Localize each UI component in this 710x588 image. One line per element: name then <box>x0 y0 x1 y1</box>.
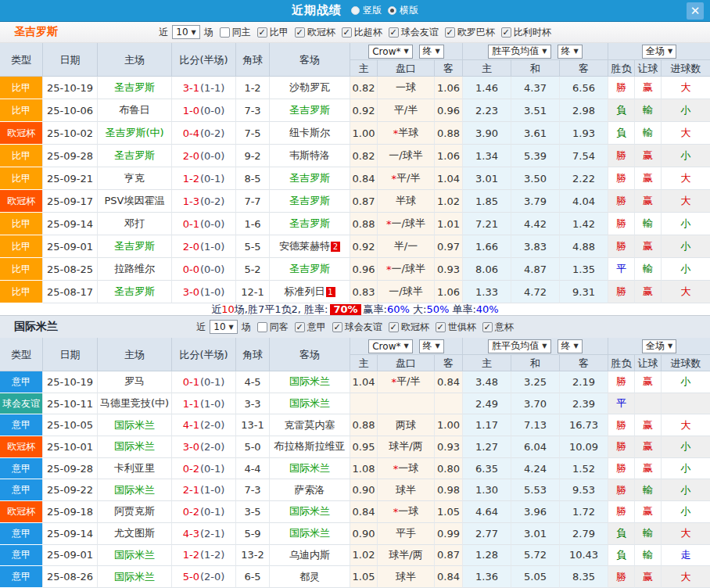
league-checkbox-0[interactable]: ✓ <box>257 27 267 38</box>
chevron-down-icon: ▼ <box>668 342 672 350</box>
odds-away-cell: 1.02 <box>435 190 463 213</box>
radio-icon[interactable] <box>351 6 360 15</box>
radio-horizontal-label: 横版 <box>400 4 418 17</box>
league-checkbox-0[interactable]: ✓ <box>295 322 305 332</box>
chevron-down-icon: ▼ <box>436 48 440 55</box>
match-row: 欧冠杯25-10-02圣吉罗斯(中)0-4(0-2)7-5纽卡斯尔1.00*半球… <box>0 122 710 145</box>
type-badge: 意甲 <box>0 523 43 545</box>
result-goals-cell: 大 <box>662 77 710 99</box>
home-team-cell: 布鲁日 <box>98 99 172 122</box>
date-cell: 25-09-01 <box>43 545 98 567</box>
radio-vertical-layout[interactable]: 竖版 <box>351 4 382 17</box>
halftime-score: (0-0) <box>200 105 224 117</box>
away-team-name: 圣吉罗斯 <box>289 103 330 117</box>
avg-win-cell: 6.35 <box>463 458 511 480</box>
team-name: 国际米兰 <box>14 320 58 334</box>
avg-dropdown[interactable]: 胜平负均值▼ <box>488 45 550 59</box>
summary-segment: 70% <box>330 304 360 315</box>
final-dropdown[interactable]: 终▼ <box>419 45 444 59</box>
crow-dropdown[interactable]: Crow*▼ <box>368 45 412 59</box>
home-team-cell: 圣吉罗斯 <box>98 235 172 258</box>
halftime-score: (2-0) <box>200 441 224 453</box>
crow-dropdown[interactable]: Crow*▼ <box>368 339 412 353</box>
home-team-name: 圣吉罗斯 <box>114 285 155 299</box>
chevron-down-icon: ▼ <box>403 342 408 350</box>
avg-win-cell: 1.17 <box>463 414 511 436</box>
league-checkbox-4[interactable]: ✓ <box>445 27 455 38</box>
date-cell: 25-09-01 <box>43 235 98 258</box>
odds-away-cell: 1.06 <box>435 77 463 99</box>
avg-lose-cell: 10.43 <box>560 545 608 567</box>
fullmatch-dropdown[interactable]: 全场▼ <box>642 339 676 353</box>
league-label-3: 球会友谊 <box>401 26 439 39</box>
fullmatch-dropdown[interactable]: 全场▼ <box>642 45 676 59</box>
filter-controls: 近10▼场同客✓意甲✓球会友谊✓欧冠杯✓世俱杯✓意杯 <box>195 320 514 334</box>
date-cell: 25-09-17 <box>43 190 98 213</box>
league-checkbox-2[interactable]: ✓ <box>342 27 352 38</box>
home-team-name: 国际米兰 <box>114 570 155 584</box>
fulltime-score: 0-0 <box>183 264 199 275</box>
league-checkbox-2[interactable]: ✓ <box>389 322 399 332</box>
same-venue-checkbox[interactable] <box>220 27 230 38</box>
col-odds_away-header: 客 <box>435 355 463 371</box>
avg-dropdown[interactable]: 胜平负均值▼ <box>488 339 550 353</box>
chevron-down-icon: ▼ <box>668 48 672 55</box>
odds-home-cell: 1.05 <box>350 566 378 588</box>
away-team-cell: 乌迪内斯 <box>270 545 350 567</box>
result-handicap-cell: 赢 <box>635 371 662 393</box>
league-checkbox-1[interactable]: ✓ <box>295 27 305 38</box>
result-handicap-cell: 赢 <box>635 235 662 258</box>
wdl-average-group-header: 胜平负均值▼终▼ <box>463 338 608 355</box>
avg-win-cell: 3.01 <box>463 167 511 190</box>
odds-home-cell: 0.88 <box>350 213 378 235</box>
match-row: 意甲25-09-14尤文图斯4-3(2-1)5-9国际米兰0.90平手0.992… <box>0 523 710 545</box>
handicap-text: 一球 <box>398 461 418 475</box>
type-badge: 比甲 <box>0 99 43 122</box>
avg-win-cell: 1.66 <box>463 235 511 258</box>
date-cell: 25-10-05 <box>43 414 98 436</box>
col-away-header: 客场 <box>270 43 350 77</box>
avg-draw-cell: 3.61 <box>511 122 560 145</box>
col-type-header: 类型 <box>0 43 43 77</box>
result-goals-cell: 小 <box>662 99 710 122</box>
close-icon[interactable]: ✕ <box>687 2 704 20</box>
home-team-name: 圣吉罗斯 <box>114 149 155 163</box>
league-checkbox-4[interactable]: ✓ <box>482 322 493 332</box>
result-goals-cell: 大 <box>662 122 710 145</box>
final2-dropdown[interactable]: 终▼ <box>558 45 583 59</box>
corner-cell: 7-7 <box>236 190 270 213</box>
league-checkbox-3[interactable]: ✓ <box>436 322 446 332</box>
odds-home-cell: 0.84 <box>350 167 378 190</box>
avg-draw-cell: 3.51 <box>511 99 560 122</box>
radio-icon[interactable] <box>388 6 396 15</box>
handicap-cell: *一球 <box>378 458 435 480</box>
fulltime-score: 0-1 <box>183 218 199 230</box>
chevron-down-icon: ▼ <box>192 29 196 36</box>
result-wdl-cell: 平 <box>608 393 635 415</box>
near-count-select[interactable]: 10▼ <box>172 25 199 39</box>
type-badge: 意甲 <box>0 414 43 436</box>
result-wdl-cell: 平 <box>608 258 635 281</box>
type-badge: 意甲 <box>0 566 43 588</box>
handicap-text: 一/球半 <box>392 217 425 231</box>
radio-horizontal-layout[interactable]: 横版 <box>388 4 418 17</box>
league-checkbox-3[interactable]: ✓ <box>389 27 399 38</box>
away-team-cell: 圣吉罗斯 <box>270 190 350 213</box>
away-team-name: 国际米兰 <box>289 526 330 540</box>
same-venue-checkbox[interactable] <box>257 322 267 332</box>
col-odds_handicap-header: 盘口 <box>378 60 435 77</box>
final2-dropdown[interactable]: 终▼ <box>558 339 583 353</box>
result-handicap-cell: 輸 <box>635 213 662 235</box>
avg-lose-cell: 6.56 <box>560 77 608 99</box>
final-dropdown-value: 终 <box>423 45 432 58</box>
league-checkbox-5[interactable]: ✓ <box>501 27 511 38</box>
near-count-select[interactable]: 10▼ <box>210 320 237 334</box>
odds-away-cell: 0.99 <box>435 523 463 545</box>
handicap-text: 平/半 <box>394 103 418 117</box>
halftime-score: (1-0) <box>200 484 224 496</box>
final-dropdown[interactable]: 终▼ <box>419 339 444 353</box>
odds-away-cell: 0.84 <box>435 371 463 393</box>
league-checkbox-1[interactable]: ✓ <box>332 322 342 332</box>
score-cell: 3-1(1-1) <box>172 77 236 99</box>
col-corner-header: 角球 <box>236 338 270 371</box>
